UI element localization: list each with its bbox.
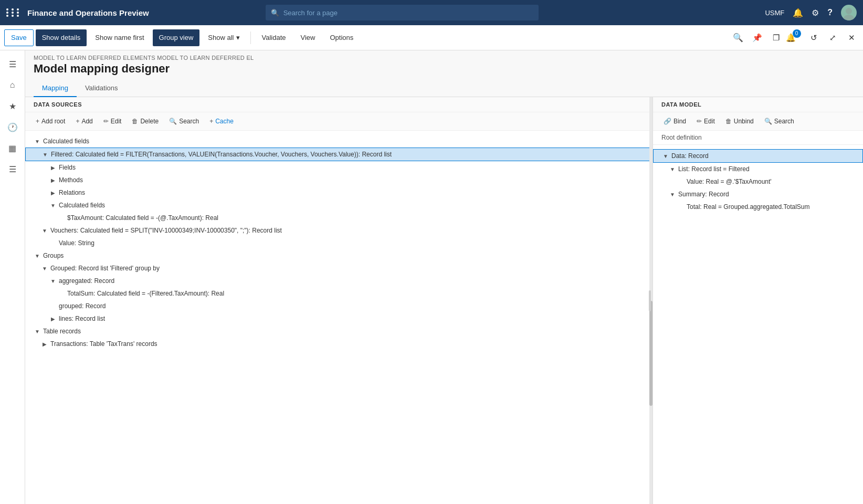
- expand-icon[interactable]: [49, 315, 57, 322]
- data-sources-tree: Calculated fields Filtered: Calculated f…: [25, 131, 652, 504]
- expand-icon[interactable]: [662, 152, 669, 160]
- expand-icon[interactable]: [669, 191, 676, 198]
- data-sources-toolbar: + Add root + Add ✏ Edit 🗑 Delete: [25, 112, 652, 131]
- user-avatar[interactable]: [841, 5, 857, 20]
- close-icon[interactable]: ✕: [844, 30, 859, 45]
- data-model-toolbar: 🔗 Bind ✏ Edit 🗑 Unbind 🔍 Search: [653, 112, 863, 131]
- tree-item[interactable]: $TaxAmount: Calculated field = -(@.TaxAm…: [25, 212, 652, 224]
- global-search-box[interactable]: 🔍: [266, 5, 539, 20]
- cache-button[interactable]: + Cache: [205, 116, 238, 127]
- copy-icon[interactable]: ❐: [769, 30, 783, 45]
- bind-icon: 🔗: [664, 118, 671, 125]
- top-nav-right: USMF 🔔 ⚙ ?: [765, 5, 857, 20]
- top-navigation: Finance and Operations Preview 🔍 USMF 🔔 …: [0, 0, 863, 25]
- dm-search-button[interactable]: 🔍 Search: [760, 116, 798, 127]
- dm-edit-button[interactable]: ✏ Edit: [692, 116, 719, 127]
- pin-icon[interactable]: 📌: [750, 30, 764, 45]
- expand-icon[interactable]: [49, 277, 57, 285]
- search-input[interactable]: [283, 9, 533, 17]
- options-button[interactable]: Options: [323, 29, 360, 46]
- delete-button[interactable]: 🗑 Delete: [128, 116, 163, 127]
- expand-icon[interactable]: [34, 328, 41, 335]
- tree-item[interactable]: TotalSum: Calculated field = -(Filtered.…: [25, 287, 652, 300]
- expand-icon[interactable]: [41, 340, 48, 348]
- gear-icon[interactable]: ⚙: [812, 8, 819, 18]
- expand-icon[interactable]: [669, 165, 676, 173]
- tree-item[interactable]: Transactions: Table 'TaxTrans' records: [25, 338, 652, 350]
- tree-item[interactable]: Total: Real = Grouped.aggregated.TotalSu…: [653, 201, 863, 213]
- user-code: USMF: [765, 9, 784, 17]
- expand-icon[interactable]: [41, 227, 48, 234]
- tree-item[interactable]: Calculated fields: [25, 199, 652, 212]
- show-all-button[interactable]: Show all ▾: [202, 29, 246, 46]
- sidebar-recent-icon[interactable]: 🕐: [3, 118, 22, 136]
- sidebar-modules-icon[interactable]: ☰: [3, 160, 22, 178]
- svg-point-1: [844, 15, 854, 20]
- help-icon[interactable]: ?: [827, 8, 833, 17]
- tree-item[interactable]: aggregated: Record: [25, 275, 652, 287]
- tree-item[interactable]: List: Record list = Filtered: [653, 163, 863, 175]
- add-root-icon: +: [36, 118, 39, 125]
- sidebar-favorites-icon[interactable]: ★: [3, 97, 22, 116]
- expand-icon[interactable]: [34, 138, 41, 145]
- expand-icon[interactable]: [49, 176, 57, 184]
- save-button[interactable]: Save: [4, 29, 34, 46]
- tree-item[interactable]: Filtered: Calculated field = FILTER(Tran…: [25, 148, 652, 161]
- tree-item[interactable]: Value: String: [25, 237, 652, 249]
- expand-icon[interactable]: [41, 265, 48, 272]
- toolbar-search-icon[interactable]: 🔍: [733, 33, 743, 43]
- tree-item[interactable]: Value: Real = @.'$TaxAmount': [653, 175, 863, 188]
- bell-icon[interactable]: 🔔: [793, 8, 803, 18]
- tab-validations[interactable]: Validations: [77, 80, 127, 97]
- tree-item[interactable]: Fields: [25, 161, 652, 174]
- cache-icon: +: [209, 118, 213, 125]
- expand-icon[interactable]: [49, 164, 57, 171]
- dm-edit-icon: ✏: [697, 118, 702, 125]
- edit-icon: ✏: [103, 118, 109, 125]
- show-name-first-button[interactable]: Show name first: [89, 29, 150, 46]
- dm-search-icon: 🔍: [764, 118, 772, 125]
- main-content: MODEL TO LEARN DEFERRED ELEMENTS MODEL T…: [25, 50, 863, 504]
- data-sources-panel: DATA SOURCES + Add root + Add ✏ Edit: [25, 97, 653, 504]
- scrollbar-thumb[interactable]: [649, 301, 652, 406]
- tree-item[interactable]: Data: Record: [653, 149, 863, 163]
- expand-icon[interactable]: [49, 189, 57, 196]
- bind-button[interactable]: 🔗 Bind: [659, 116, 690, 127]
- panel-splitter[interactable]: [649, 290, 651, 311]
- expand-icon[interactable]: [49, 202, 57, 209]
- tree-item[interactable]: Methods: [25, 174, 652, 186]
- expand-icon[interactable]: ⤢: [825, 30, 840, 45]
- tree-item[interactable]: grouped: Record: [25, 300, 652, 312]
- tab-mapping[interactable]: Mapping: [34, 80, 77, 97]
- view-button[interactable]: View: [294, 29, 321, 46]
- tree-item[interactable]: Groups: [25, 249, 652, 262]
- breadcrumb: MODEL TO LEARN DEFERRED ELEMENTS MODEL T…: [34, 55, 855, 61]
- sidebar-home-icon[interactable]: ⌂: [3, 76, 22, 94]
- app-grid-icon[interactable]: [6, 8, 21, 17]
- unbind-button[interactable]: 🗑 Unbind: [721, 116, 758, 127]
- tree-item[interactable]: Summary: Record: [653, 188, 863, 201]
- app-title: Finance and Operations Preview: [27, 8, 149, 17]
- tree-item[interactable]: lines: Record list: [25, 312, 652, 325]
- tree-item[interactable]: Calculated fields: [25, 135, 652, 148]
- add-root-button[interactable]: + Add root: [31, 116, 69, 127]
- tree-item[interactable]: Grouped: Record list 'Filtered' group by: [25, 262, 652, 275]
- tree-item[interactable]: Relations: [25, 186, 652, 199]
- search-icon: 🔍: [169, 118, 177, 125]
- validate-button[interactable]: Validate: [255, 29, 292, 46]
- refresh-icon[interactable]: ↺: [806, 30, 821, 45]
- tree-item[interactable]: Table records: [25, 325, 652, 338]
- notification-badge: 0: [793, 29, 801, 38]
- expand-icon[interactable]: [41, 151, 49, 158]
- sidebar-hamburger-icon[interactable]: ☰: [3, 55, 22, 74]
- expand-icon[interactable]: [34, 252, 41, 259]
- search-button[interactable]: 🔍 Search: [165, 116, 203, 127]
- tree-item[interactable]: Vouchers: Calculated field = SPLIT("INV-…: [25, 224, 652, 237]
- group-view-button[interactable]: Group view: [153, 29, 200, 46]
- search-icon: 🔍: [271, 9, 279, 17]
- notification-icon[interactable]: 🔔0: [787, 30, 802, 45]
- edit-button[interactable]: ✏ Edit: [99, 116, 126, 127]
- show-details-button[interactable]: Show details: [36, 29, 87, 46]
- add-button[interactable]: + Add: [71, 116, 97, 127]
- sidebar-workspaces-icon[interactable]: ▦: [3, 139, 22, 158]
